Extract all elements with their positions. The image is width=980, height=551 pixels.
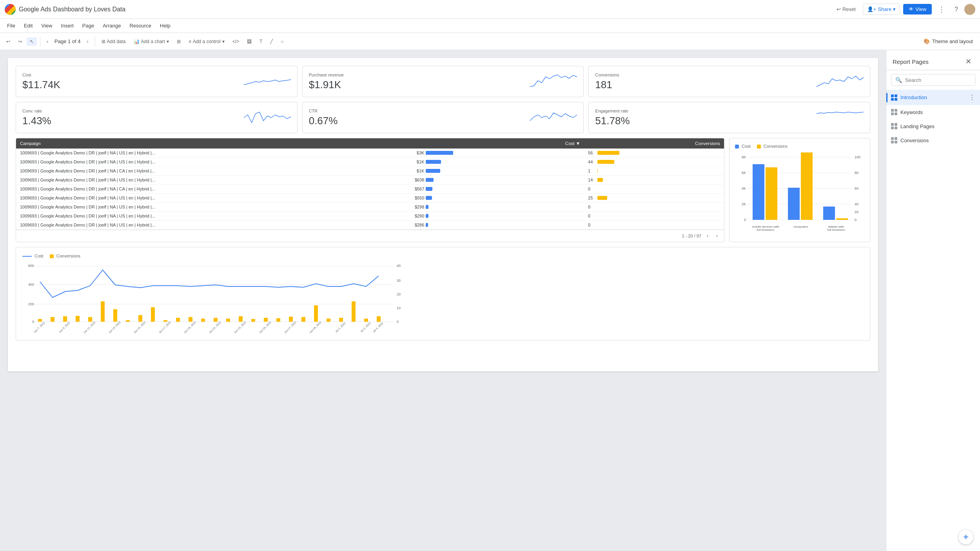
shape-button[interactable]: ○: [278, 37, 287, 46]
next-page-button[interactable]: ›: [84, 37, 92, 46]
page-item-label: Landing Pages: [900, 123, 935, 129]
table-cell-campaign: 1009693 | Google Analytics Demo | DR | j…: [16, 185, 408, 194]
cursor-icon: ↖: [30, 39, 34, 44]
svg-text:0: 0: [744, 218, 746, 222]
more-options-button[interactable]: ⋮: [935, 4, 948, 15]
table-header-cost: Cost ▼: [408, 138, 584, 149]
page-active-indicator: [886, 93, 887, 102]
table-row: 1009693 | Google Analytics Demo | DR | j…: [16, 194, 724, 203]
avatar[interactable]: [964, 4, 975, 15]
bar-mobile-cost: [753, 164, 764, 220]
data-row: Campaign Cost ▼ Conversions 1009693 | Go…: [16, 138, 870, 242]
svg-text:Jul 1, 2022: Jul 1, 2022: [335, 322, 346, 333]
svg-rect-53: [276, 318, 280, 322]
svg-rect-61: [377, 316, 381, 322]
prev-page-table-button[interactable]: ‹: [704, 232, 711, 239]
share-button[interactable]: 👤+ Share ▾: [863, 4, 900, 15]
page-item-icon: [891, 137, 897, 143]
page-list-item-introduction[interactable]: Introduction ⋮: [886, 90, 980, 105]
menu-insert[interactable]: Insert: [57, 21, 78, 30]
next-page-table-button[interactable]: ›: [714, 232, 720, 239]
search-icon: 🔍: [895, 77, 902, 83]
metric-info-ctr: CTR 0.67%: [309, 109, 338, 127]
metric-card-convrate: Conv. rate 1.43%: [16, 102, 298, 133]
svg-rect-36: [63, 316, 67, 322]
eye-icon: 👁: [909, 6, 914, 12]
metric-value-engagement: 51.78%: [595, 115, 630, 127]
menu-help[interactable]: Help: [156, 21, 174, 30]
menu-resource[interactable]: Resource: [125, 21, 155, 30]
image-button[interactable]: 🖼: [244, 37, 255, 46]
text-button[interactable]: T: [256, 37, 265, 46]
metric-info-conversions: Conversions 181: [595, 72, 619, 91]
reset-button[interactable]: ↩ Reset: [833, 4, 860, 14]
add-chart-button[interactable]: 📊 Add a chart ▾: [131, 37, 172, 46]
grid-button[interactable]: ⊞: [174, 37, 184, 46]
page-list-item-landing-pages[interactable]: Landing Pages: [886, 119, 980, 133]
search-input[interactable]: [905, 77, 971, 83]
table-row: 1009693 | Google Analytics Demo | DR | j…: [16, 185, 724, 194]
metrics-row-2: Conv. rate 1.43% CTR 0.67%: [16, 102, 870, 133]
chevron-down-icon-2: ▾: [167, 39, 169, 44]
svg-text:Jun 19, 2022: Jun 19, 2022: [183, 321, 196, 334]
svg-text:6K: 6K: [742, 171, 746, 175]
legend-cost: Cost: [735, 144, 751, 149]
divider-2: [95, 37, 95, 46]
svg-rect-39: [101, 301, 105, 322]
add-data-icon: ⊞: [102, 39, 105, 44]
bottom-legend-cost-line: [22, 256, 32, 257]
page-list-item-keywords[interactable]: Keywords: [886, 105, 980, 119]
theme-layout-button[interactable]: 🎨 Theme and layout: [920, 37, 977, 46]
menu-arrange[interactable]: Arrange: [99, 21, 125, 30]
select-tool-button[interactable]: ↖: [27, 37, 37, 46]
add-control-button[interactable]: ≡ Add a control ▾: [185, 37, 228, 46]
menu-file[interactable]: File: [3, 21, 19, 30]
bottom-chart-svg: 600 400 200 0 40 30 20 10 0: [22, 262, 395, 333]
table-cell-conversions: 1: [584, 167, 724, 176]
person-add-icon: 👤+: [867, 6, 877, 12]
view-button[interactable]: 👁 View: [903, 4, 932, 14]
menu-edit[interactable]: Edit: [20, 21, 36, 30]
undo-button[interactable]: ↩: [3, 37, 13, 46]
canvas-area[interactable]: Cost $11.74K Purchase revenue $1.91K: [0, 50, 886, 551]
svg-rect-44: [163, 320, 167, 322]
prev-page-button[interactable]: ‹: [44, 37, 51, 46]
close-panel-button[interactable]: ✕: [963, 56, 974, 67]
page-list-item-conversions[interactable]: Conversions: [886, 133, 980, 147]
bar-tablets-conv: [836, 218, 848, 220]
help-button[interactable]: ?: [951, 4, 961, 14]
page-more-icon[interactable]: ⋮: [969, 94, 975, 101]
add-data-button[interactable]: ⊞ Add data: [98, 37, 129, 46]
svg-text:4K: 4K: [742, 187, 746, 190]
svg-rect-45: [176, 318, 180, 322]
menu-view[interactable]: View: [37, 21, 56, 30]
table-cell-conversions: 0: [584, 212, 724, 221]
table-row: 1009693 | Google Analytics Demo | DR | j…: [16, 167, 724, 176]
metric-value-revenue: $1.91K: [309, 79, 344, 91]
table-cell-conversions: 44: [584, 158, 724, 167]
table-cell-cost: $1K: [408, 158, 584, 167]
bottom-legend-cost: Cost: [22, 254, 44, 258]
undo-icon: ↩: [6, 39, 10, 44]
line-button[interactable]: ╱: [267, 37, 276, 46]
redo-icon: ↪: [18, 39, 22, 44]
image-icon: 🖼: [247, 39, 252, 44]
shape-icon: ○: [281, 39, 283, 44]
code-button[interactable]: </>: [229, 37, 242, 46]
redo-button[interactable]: ↪: [15, 37, 25, 46]
search-box[interactable]: 🔍: [891, 74, 975, 86]
svg-rect-41: [126, 320, 130, 322]
table-cell-conversions: 0: [584, 203, 724, 212]
topbar-actions: ↩ Reset 👤+ Share ▾ 👁 View ⋮ ?: [833, 4, 975, 15]
svg-text:60: 60: [855, 187, 858, 190]
metric-info-cost: Cost $11.74K: [22, 72, 60, 91]
svg-text:Jun 25, 2022: Jun 25, 2022: [258, 321, 272, 334]
svg-rect-55: [301, 317, 305, 322]
menu-page[interactable]: Page: [78, 21, 98, 30]
page-item-label: Conversions: [900, 138, 929, 143]
table-cell-conversions: 14: [584, 176, 724, 185]
metric-value-ctr: 0.67%: [309, 115, 338, 127]
add-page-button[interactable]: +: [958, 529, 974, 545]
reset-icon: ↩: [837, 6, 841, 12]
svg-rect-48: [214, 318, 218, 322]
